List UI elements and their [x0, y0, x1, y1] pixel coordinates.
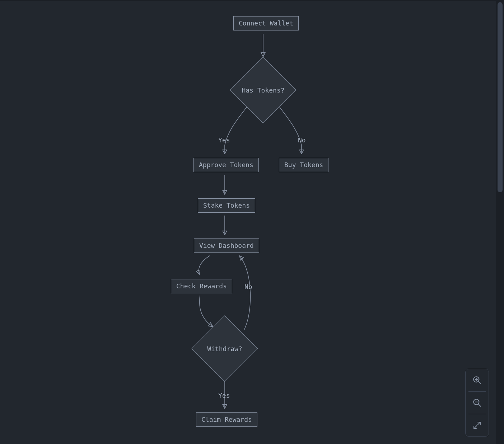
- fullscreen-icon: [473, 421, 481, 430]
- node-approve-tokens[interactable]: Approve Tokens: [193, 158, 259, 172]
- node-label: Check Rewards: [176, 282, 227, 290]
- node-label: Buy Tokens: [284, 161, 323, 169]
- zoom-out-button[interactable]: [466, 392, 489, 414]
- zoom-in-icon: [472, 375, 482, 385]
- node-connect-wallet[interactable]: Connect Wallet: [233, 16, 299, 30]
- node-view-dashboard[interactable]: View Dashboard: [194, 238, 259, 253]
- edge-label-no: No: [298, 136, 306, 144]
- edge-label-withdraw-no: No: [244, 283, 252, 291]
- node-claim-rewards[interactable]: Claim Rewards: [196, 412, 257, 427]
- svg-line-1: [478, 381, 480, 383]
- diagram-canvas[interactable]: Connect Wallet Has Tokens? Yes No Approv…: [0, 0, 504, 444]
- svg-line-5: [478, 404, 480, 406]
- zoom-out-icon: [472, 398, 482, 407]
- node-label: Withdraw?: [207, 345, 242, 353]
- node-check-rewards[interactable]: Check Rewards: [171, 279, 232, 293]
- scrollbar-track[interactable]: [496, 0, 504, 444]
- flowchart-edges: [0, 0, 504, 444]
- edge-label-withdraw-yes: Yes: [218, 392, 230, 399]
- fullscreen-button[interactable]: [466, 414, 489, 436]
- node-label: Stake Tokens: [203, 202, 250, 209]
- edge-label-yes: Yes: [218, 136, 230, 144]
- node-label: Approve Tokens: [199, 161, 253, 169]
- node-label: Claim Rewards: [201, 416, 252, 423]
- scrollbar-thumb[interactable]: [498, 2, 503, 192]
- node-buy-tokens[interactable]: Buy Tokens: [279, 158, 328, 172]
- top-border: [0, 0, 504, 1]
- node-label: Has Tokens?: [242, 86, 284, 94]
- zoom-controls: [465, 369, 489, 437]
- svg-line-8: [474, 426, 477, 429]
- svg-line-7: [477, 422, 480, 425]
- node-label: Connect Wallet: [239, 19, 293, 27]
- node-label: View Dashboard: [199, 242, 254, 249]
- node-stake-tokens[interactable]: Stake Tokens: [198, 198, 255, 213]
- zoom-in-button[interactable]: [466, 369, 489, 391]
